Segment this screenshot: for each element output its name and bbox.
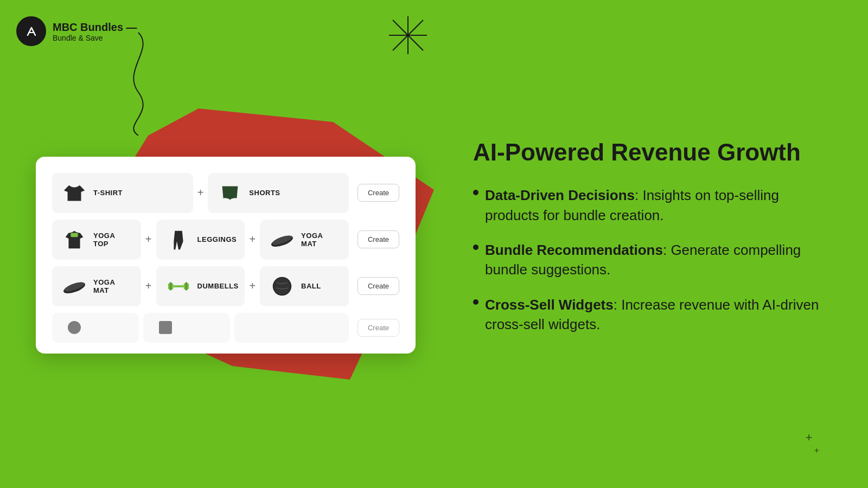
headline: AI-Powered Revenue Growth (473, 139, 825, 166)
partial-item-3 (234, 313, 349, 343)
feature-item-2: Bundle Recommendations: Generate compell… (473, 240, 825, 280)
logo-text: MBC Bundles — Bundle & Save (53, 21, 137, 42)
bundle-item-dumbbells: DUMBELLS (156, 266, 245, 306)
feature-text-1: Data-Driven Decisions: Insights on top-s… (485, 185, 825, 225)
dumbbells-icon (165, 273, 192, 300)
partial-bundle-row: Create (52, 313, 399, 343)
create-button-partial[interactable]: Create (358, 319, 399, 337)
bullet-3 (473, 299, 478, 305)
yogamat-icon-1 (269, 226, 296, 253)
bundle-row-2: YOGA TOP + LEGGINGS + (52, 220, 399, 260)
yogamat-label-2: YOGA MAT (93, 278, 132, 294)
logo-circle (16, 16, 46, 46)
feature-item-3: Cross-Sell Widgets: Increase revenue wit… (473, 295, 825, 335)
ball-label: BALL (301, 282, 321, 290)
create-button-3[interactable]: Create (358, 277, 399, 295)
bundle-row-3: YOGA MAT + (52, 266, 399, 306)
feature-bold-1: Data-Driven Decisions (485, 187, 635, 203)
bundle-item-ball: BALL (260, 266, 349, 306)
svg-rect-10 (173, 285, 183, 287)
partial-icon-1 (61, 314, 88, 341)
bundle-item-shorts: SHORTS (208, 173, 349, 213)
bullet-1 (473, 190, 478, 195)
yogamat-label-1: YOGA MAT (301, 232, 340, 248)
plus-3a: + (145, 280, 152, 292)
logo-title: MBC Bundles — (53, 21, 137, 34)
shorts-label: SHORTS (249, 189, 280, 197)
logo-area: MBC Bundles — Bundle & Save (16, 16, 137, 46)
right-panel: AI-Powered Revenue Growth Data-Driven De… (451, 106, 868, 382)
svg-point-15 (274, 278, 291, 294)
ball-icon (269, 273, 296, 300)
plus-3b: + (249, 280, 256, 292)
svg-rect-4 (71, 233, 78, 237)
feature-bold-3: Cross-Sell Widgets (485, 297, 614, 313)
bundle-item-yogatop: YOGA TOP (52, 220, 141, 260)
yogamat-icon-2 (61, 273, 88, 300)
dumbbells-label: DUMBELLS (197, 282, 239, 290)
feature-text-3: Cross-Sell Widgets: Increase revenue wit… (485, 295, 825, 335)
bundle-row-1: T-SHIRT + SHORTS Create (52, 173, 399, 213)
bundle-item-leggings: LEGGINGS (156, 220, 245, 260)
ui-card: T-SHIRT + SHORTS Create (36, 157, 416, 354)
bundle-item-yogamat-2: YOGA MAT (52, 266, 141, 306)
plus-1: + (197, 187, 204, 199)
leggings-icon (165, 226, 192, 253)
corner-plus-decoration: ++ (806, 432, 819, 455)
svg-point-16 (68, 321, 81, 334)
bundle-item-tshirt: T-SHIRT (52, 173, 193, 213)
svg-rect-13 (185, 282, 187, 290)
star-decoration (386, 14, 430, 57)
leggings-label: LEGGINGS (197, 235, 237, 243)
tshirt-label: T-SHIRT (93, 189, 123, 197)
feature-bold-2: Bundle Recommendations (485, 242, 663, 258)
bullet-2 (473, 245, 478, 250)
create-button-1[interactable]: Create (358, 184, 399, 202)
create-button-2[interactable]: Create (358, 230, 399, 248)
partial-item-2 (143, 313, 230, 343)
plus-2b: + (249, 233, 256, 246)
partial-icon-2 (152, 314, 179, 341)
features-list: Data-Driven Decisions: Insights on top-s… (473, 185, 825, 334)
bundle-item-yogamat-1: YOGA MAT (260, 220, 349, 260)
feature-item-1: Data-Driven Decisions: Insights on top-s… (473, 185, 825, 225)
svg-rect-17 (159, 321, 172, 334)
tshirt-icon (61, 179, 88, 207)
shorts-icon (216, 179, 244, 207)
feature-text-2: Bundle Recommendations: Generate compell… (485, 240, 825, 280)
svg-rect-12 (169, 282, 171, 290)
logo-subtitle: Bundle & Save (53, 34, 137, 42)
partial-item-1 (52, 313, 139, 343)
plus-2a: + (145, 233, 152, 246)
yogatop-icon (61, 226, 88, 253)
yogatop-label: YOGA TOP (93, 232, 132, 248)
